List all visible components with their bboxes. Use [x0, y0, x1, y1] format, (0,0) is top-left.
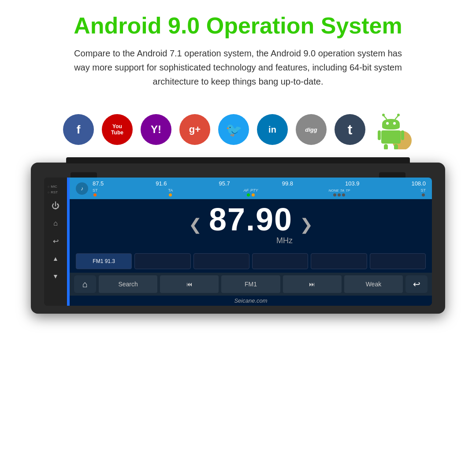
toolbar-back-button[interactable]: ↩	[405, 275, 428, 293]
svg-rect-11	[394, 144, 398, 149]
mic-label: MIC	[48, 185, 57, 189]
frequency-unit: MHz	[209, 236, 293, 245]
frequency-indicators: ST TA AFPTY	[93, 188, 426, 196]
svg-point-6	[393, 122, 396, 125]
fm-header-bar: ♪ 87.5 91.6 95.7 99.8 103.9 108.0	[70, 178, 432, 199]
back-button[interactable]: ↩	[48, 234, 63, 248]
preset-buttons-area: FM1 91.3	[70, 250, 432, 273]
linkedin-icon[interactable]: in	[257, 114, 288, 145]
social-icons-row: f YouTube Y! g+ 🐦 in digg t	[0, 110, 476, 149]
preset-1[interactable]: FM1 91.3	[76, 253, 132, 269]
svg-rect-8	[378, 130, 381, 140]
power-button[interactable]: ⏻	[48, 199, 63, 213]
android-robot-icon	[373, 110, 413, 149]
unit-inner: MIC RST ⏻ ⌂ ↩ ▲ ▼	[44, 178, 432, 306]
next-frequency-button[interactable]: ❯	[300, 215, 313, 234]
car-unit: MIC RST ⏻ ⌂ ↩ ▲ ▼	[31, 163, 445, 314]
toolbar-home-button[interactable]: ⌂	[74, 275, 96, 293]
svg-point-5	[386, 122, 389, 125]
watermark: Seicane.com	[70, 296, 432, 306]
car-unit-wrapper: MIC RST ⏻ ⌂ ↩ ▲ ▼	[0, 163, 476, 327]
rst-label: RST	[48, 190, 58, 194]
preset-2[interactable]	[134, 253, 190, 269]
preset-5[interactable]	[311, 253, 367, 269]
fm-icon: ♪	[76, 182, 88, 195]
preset-6[interactable]	[370, 253, 426, 269]
toolbar-band-button[interactable]: FM1	[221, 275, 280, 293]
bottom-toolbar: ⌂ Search ⏮ FM1 ⏭ Weak	[70, 273, 432, 296]
subtitle-text: Compare to the Android 7.1 operation sys…	[66, 46, 410, 89]
toolbar-prev-button[interactable]: ⏮	[160, 275, 219, 293]
youtube-icon[interactable]: YouTube	[102, 114, 133, 145]
main-frequency-display: ❮ 87.90 MHz ❯	[70, 199, 432, 250]
gplus-icon[interactable]: g+	[179, 114, 210, 145]
facebook-icon[interactable]: f	[63, 114, 94, 145]
screen: ♪ 87.5 91.6 95.7 99.8 103.9 108.0	[70, 178, 432, 306]
toolbar-search-button[interactable]: Search	[99, 275, 157, 293]
volume-down-button[interactable]: ▼	[48, 269, 63, 283]
toolbar-weak-button[interactable]: Weak	[344, 275, 403, 293]
svg-point-3	[382, 114, 385, 116]
page-title: Android 9.0 Operation System	[26, 13, 450, 38]
frequency-navigation: ❮ 87.90 MHz ❯	[189, 204, 313, 245]
tumblr-icon[interactable]: t	[335, 114, 365, 145]
frequency-value: 87.90	[209, 204, 293, 235]
volume-up-button[interactable]: ▲	[48, 252, 63, 266]
yahoo-icon[interactable]: Y!	[141, 114, 171, 145]
digg-icon[interactable]: digg	[296, 114, 327, 145]
frequency-readout: 87.90 MHz	[209, 204, 293, 245]
mic-rst-labels: MIC RST	[44, 182, 67, 197]
svg-rect-10	[384, 144, 388, 149]
preset-4[interactable]	[252, 253, 308, 269]
side-buttons-panel: MIC RST ⏻ ⌂ ↩ ▲ ▼	[44, 178, 67, 306]
svg-rect-7	[381, 130, 401, 144]
toolbar-next-button[interactable]: ⏭	[283, 275, 342, 293]
twitter-icon[interactable]: 🐦	[218, 114, 249, 145]
svg-rect-9	[401, 130, 404, 140]
fm-frequency-scale: 87.5 91.6 95.7 99.8 103.9 108.0 ST	[93, 180, 426, 196]
svg-point-4	[397, 114, 400, 116]
frequency-numbers: 87.5 91.6 95.7 99.8 103.9 108.0	[93, 180, 426, 187]
prev-frequency-button[interactable]: ❮	[189, 215, 202, 234]
home-button[interactable]: ⌂	[48, 216, 63, 230]
preset-3[interactable]	[193, 253, 249, 269]
header-section: Android 9.0 Operation System Compare to …	[0, 0, 476, 110]
